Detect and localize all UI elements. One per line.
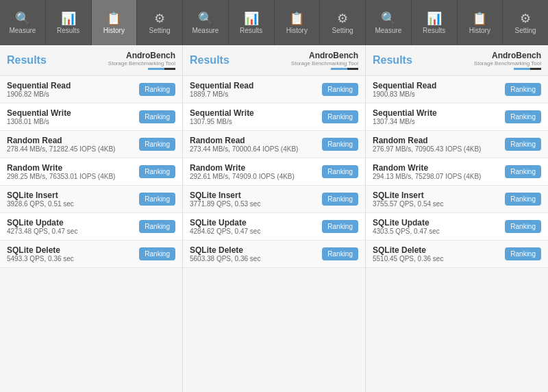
bench-value-seq-write-1: 1308.01 MB/s: [7, 118, 71, 125]
ranking-btn-rand-read-3[interactable]: Ranking: [505, 138, 541, 151]
bench-value-sqlite-update-2: 4284.62 QPS, 0.47 sec: [190, 228, 260, 235]
nav-measure-label-3: Measure: [375, 27, 401, 34]
bench-name-sqlite-delete-1: SQLite Delete: [7, 245, 74, 255]
nav-results-2[interactable]: Results: [229, 0, 275, 45]
bench-row-sqlite-delete-2: SQLite Delete 5603.38 QPS, 0.36 sec Rank…: [183, 241, 365, 268]
logo-bar-3: [514, 68, 541, 70]
bench-info-rand-read-3: Random Read 276.97 MB/s, 70905.43 IOPS (…: [373, 136, 481, 153]
bench-row-rand-read-1: Random Read 278.44 MB/s, 71282.45 IOPS (…: [0, 131, 182, 158]
bench-row-seq-read-2: Sequential Read 1889.7 MB/s Ranking: [183, 76, 365, 103]
bench-row-sqlite-delete-3: SQLite Delete 5510.45 QPS, 0.36 sec Rank…: [366, 241, 548, 268]
nav-measure-3[interactable]: Measure: [366, 0, 412, 45]
bench-row-seq-read-1: Sequential Read 1906.82 MB/s Ranking: [0, 76, 182, 103]
nav-history-2[interactable]: History: [275, 0, 321, 45]
nav-results-label-3: Results: [423, 27, 445, 34]
setting-icon-3: [520, 11, 531, 25]
nav-measure-label-1: Measure: [9, 27, 36, 34]
bench-info-sqlite-delete-2: SQLite Delete 5603.38 QPS, 0.36 sec: [190, 245, 260, 262]
results-icon-2: [244, 11, 259, 25]
nav-history-1[interactable]: History: [92, 0, 138, 45]
nav-setting-label-3: Setting: [515, 27, 536, 34]
nav-results-1[interactable]: Results: [46, 0, 92, 45]
measure-icon-2: [198, 11, 213, 25]
ranking-btn-sqlite-update-3[interactable]: Ranking: [505, 220, 541, 233]
bench-name-seq-read-3: Sequential Read: [373, 81, 436, 90]
ranking-btn-sqlite-insert-3[interactable]: Ranking: [505, 193, 541, 206]
measure-icon-3: [381, 11, 396, 25]
bench-value-rand-write-3: 294.13 MB/s, 75298.07 IOPS (4KB): [373, 173, 481, 180]
ranking-btn-seq-read-3[interactable]: Ranking: [505, 83, 541, 96]
panel-title-2: Results: [190, 54, 229, 66]
nav-setting-2[interactable]: Setting: [320, 0, 366, 45]
bench-info-rand-write-1: Random Write 298.25 MB/s, 76353.01 IOPS …: [7, 163, 115, 180]
ranking-btn-sqlite-insert-1[interactable]: Ranking: [139, 193, 175, 206]
androbench-name-2: AndroBench: [309, 51, 358, 60]
bench-info-rand-write-2: Random Write 292.61 MB/s, 74909.0 IOPS (…: [190, 163, 295, 180]
bench-name-sqlite-update-1: SQLite Update: [7, 218, 77, 228]
bench-info-seq-write-1: Sequential Write 1308.01 MB/s: [7, 108, 71, 125]
bench-info-seq-read-2: Sequential Read 1889.7 MB/s: [190, 81, 253, 98]
history-icon-1: [106, 11, 121, 25]
ranking-btn-sqlite-update-2[interactable]: Ranking: [322, 220, 358, 233]
ranking-btn-seq-read-2[interactable]: Ranking: [322, 83, 358, 96]
ranking-btn-sqlite-delete-1[interactable]: Ranking: [139, 247, 175, 260]
navigation-bar: Measure Results History Setting Measure …: [0, 0, 548, 45]
androbench-logo-3: AndroBench Storage Benchmarking Tool: [474, 51, 541, 70]
bench-value-rand-read-2: 273.44 MB/s, 70000.64 IOPS (4KB): [190, 145, 298, 153]
bench-name-rand-read-2: Random Read: [190, 136, 298, 145]
nav-history-3[interactable]: History: [458, 0, 503, 45]
ranking-btn-seq-write-1[interactable]: Ranking: [139, 110, 175, 123]
bench-name-seq-read-1: Sequential Read: [7, 81, 71, 90]
nav-measure-2[interactable]: Measure: [183, 0, 229, 45]
panel-1: Results AndroBench Storage Benchmarking …: [0, 45, 183, 392]
bench-value-rand-write-1: 298.25 MB/s, 76353.01 IOPS (4KB): [7, 173, 115, 180]
androbench-sub-1: Storage Benchmarking Tool: [108, 60, 175, 66]
bench-name-sqlite-insert-2: SQLite Insert: [190, 191, 260, 200]
bench-name-rand-write-2: Random Write: [190, 163, 295, 173]
ranking-btn-rand-write-2[interactable]: Ranking: [322, 165, 358, 178]
ranking-btn-sqlite-delete-2[interactable]: Ranking: [322, 247, 358, 260]
bench-row-sqlite-insert-1: SQLite Insert 3928.6 QPS, 0.51 sec Ranki…: [0, 186, 182, 213]
bench-row-sqlite-update-1: SQLite Update 4273.48 QPS, 0.47 sec Rank…: [0, 213, 182, 241]
bench-info-sqlite-delete-1: SQLite Delete 5493.3 QPS, 0.36 sec: [7, 245, 74, 262]
bench-info-seq-write-2: Sequential Write 1307.95 MB/s: [190, 108, 254, 125]
ranking-btn-rand-read-1[interactable]: Ranking: [139, 138, 175, 151]
ranking-btn-rand-write-3[interactable]: Ranking: [505, 165, 541, 178]
ranking-btn-sqlite-update-1[interactable]: Ranking: [139, 220, 175, 233]
ranking-btn-seq-read-1[interactable]: Ranking: [139, 83, 175, 96]
bench-info-seq-write-3: Sequential Write 1307.34 MB/s: [373, 108, 437, 125]
bench-info-sqlite-insert-1: SQLite Insert 3928.6 QPS, 0.51 sec: [7, 191, 74, 208]
ranking-btn-seq-write-2[interactable]: Ranking: [322, 110, 358, 123]
results-icon-3: [427, 11, 442, 25]
bench-row-sqlite-insert-3: SQLite Insert 3755.57 QPS, 0.54 sec Rank…: [366, 186, 548, 213]
ranking-btn-seq-write-3[interactable]: Ranking: [505, 110, 541, 123]
bench-name-rand-read-1: Random Read: [7, 136, 115, 145]
bench-info-sqlite-update-2: SQLite Update 4284.62 QPS, 0.47 sec: [190, 218, 260, 235]
androbench-sub-2: Storage Benchmarking Tool: [291, 60, 358, 66]
history-icon-3: [472, 11, 487, 25]
ranking-btn-sqlite-insert-2[interactable]: Ranking: [322, 193, 358, 206]
panel-title-3: Results: [373, 54, 412, 66]
nav-results-label-1: Results: [57, 27, 79, 34]
nav-history-label-1: History: [103, 27, 125, 34]
nav-history-label-2: History: [286, 27, 308, 34]
bench-value-sqlite-update-1: 4273.48 QPS, 0.47 sec: [7, 228, 77, 235]
nav-results-3[interactable]: Results: [412, 0, 458, 45]
nav-measure-1[interactable]: Measure: [0, 0, 46, 45]
bench-name-sqlite-delete-3: SQLite Delete: [373, 245, 443, 255]
bench-row-sqlite-insert-2: SQLite Insert 3771.89 QPS, 0.53 sec Rank…: [183, 186, 365, 213]
bench-info-sqlite-update-1: SQLite Update 4273.48 QPS, 0.47 sec: [7, 218, 77, 235]
nav-setting-label-2: Setting: [332, 27, 353, 34]
ranking-btn-sqlite-delete-3[interactable]: Ranking: [505, 247, 541, 260]
bench-row-seq-write-1: Sequential Write 1308.01 MB/s Ranking: [0, 103, 182, 131]
bench-value-seq-write-3: 1307.34 MB/s: [373, 118, 437, 125]
bench-value-sqlite-delete-3: 5510.45 QPS, 0.36 sec: [373, 255, 443, 262]
ranking-btn-rand-write-1[interactable]: Ranking: [139, 165, 175, 178]
bench-name-sqlite-update-3: SQLite Update: [373, 218, 440, 228]
nav-setting-1[interactable]: Setting: [137, 0, 183, 45]
panel-title-1: Results: [7, 54, 47, 66]
bench-row-sqlite-update-2: SQLite Update 4284.62 QPS, 0.47 sec Rank…: [183, 213, 365, 241]
androbench-logo-2: AndroBench Storage Benchmarking Tool: [291, 51, 358, 70]
ranking-btn-rand-read-2[interactable]: Ranking: [322, 138, 358, 151]
nav-setting-3[interactable]: Setting: [503, 0, 548, 45]
